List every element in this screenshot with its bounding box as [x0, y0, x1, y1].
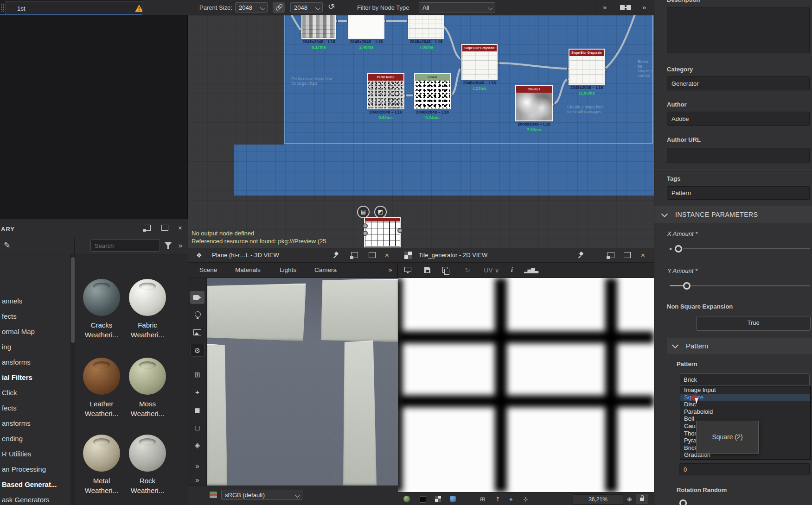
- close-icon[interactable]: ×: [641, 251, 645, 259]
- wireframe-view-button[interactable]: ◻: [190, 421, 205, 434]
- close-icon[interactable]: ×: [178, 224, 182, 232]
- description-textarea[interactable]: [667, 7, 810, 53]
- y-amount-slider-track[interactable]: [691, 285, 810, 286]
- option-disc[interactable]: Disc: [680, 401, 810, 408]
- save-icon[interactable]: [423, 266, 432, 274]
- category-field[interactable]: [667, 76, 810, 90]
- category-item[interactable]: Based Generat...: [0, 477, 70, 492]
- perspective-grid-button[interactable]: ⊞: [190, 368, 205, 381]
- graph-node[interactable]: 2048x2048 – L16 0.17ms: [302, 15, 335, 38]
- menu-camera[interactable]: Camera: [314, 266, 337, 273]
- non-square-expansion-toggle[interactable]: True: [696, 316, 811, 331]
- category-item[interactable]: ending: [0, 431, 70, 446]
- category-item[interactable]: ing: [0, 339, 70, 354]
- maximize-icon[interactable]: [161, 225, 168, 231]
- info-icon[interactable]: i: [507, 266, 517, 274]
- x-amount-slider-track[interactable]: [683, 248, 810, 249]
- pencil-icon[interactable]: ✎: [4, 240, 10, 250]
- graph-node[interactable]: 2048x2048 – L16 2.40ms: [349, 15, 384, 38]
- option-image-input[interactable]: Image Input: [680, 386, 810, 394]
- pattern-number-field[interactable]: [679, 463, 810, 475]
- category-item[interactable]: annels: [0, 293, 70, 309]
- graph-node-slope-blur[interactable]: Slope Blur Grayscale 2048x2048 – L16 4.2…: [462, 45, 497, 79]
- fit-vertical-icon[interactable]: ↥: [495, 496, 500, 503]
- pattern-section[interactable]: Pattern: [667, 338, 812, 354]
- search-input[interactable]: [90, 240, 160, 252]
- toolbar-overflow-button[interactable]: »: [190, 460, 205, 473]
- dock-icon[interactable]: [144, 225, 151, 231]
- material-thumbnail-metal[interactable]: [83, 435, 120, 472]
- rotation-random-slider-knob[interactable]: [679, 499, 687, 505]
- category-item[interactable]: ormal Map: [0, 324, 70, 339]
- author-url-field[interactable]: [667, 148, 810, 163]
- graph-node-clouds-2[interactable]: Clouds 2 2048x2048 – L16 7.02ms: [516, 86, 552, 120]
- color-picker-icon[interactable]: [450, 496, 456, 502]
- 2d-viewport[interactable]: 2048 × 2048 (Grayscale, 16bpc): [398, 278, 654, 492]
- parent-size-height-select[interactable]: 2048: [290, 2, 323, 13]
- material-thumbnail-cracks[interactable]: [83, 279, 120, 316]
- checker-bg-icon[interactable]: [435, 496, 441, 502]
- drag-grip-icon[interactable]: [1, 3, 5, 12]
- node-port[interactable]: [363, 223, 368, 228]
- category-item[interactable]: an Processing: [0, 461, 70, 477]
- histogram-icon[interactable]: ▂▅▇▃: [524, 266, 533, 274]
- camera-mode-button[interactable]: [190, 291, 205, 304]
- tiling-icon[interactable]: ⊞: [480, 496, 485, 503]
- dock-icon[interactable]: [351, 252, 358, 258]
- graph-node-levels[interactable]: Levels 2048x2048 – L16 0.24ms: [415, 74, 450, 108]
- pin-icon[interactable]: [577, 252, 584, 259]
- graph-node-perlin-noise[interactable]: Perlin Noise 2048x2048 – L16 0.92ms: [368, 74, 403, 108]
- 3d-viewport[interactable]: [207, 278, 398, 486]
- node-save-badge-icon[interactable]: ◩: [374, 206, 387, 218]
- close-icon[interactable]: ×: [385, 251, 389, 259]
- maximize-icon[interactable]: [369, 252, 376, 258]
- refresh-icon[interactable]: ↻: [463, 266, 472, 274]
- dock-icon[interactable]: [607, 252, 614, 258]
- parent-size-width-select[interactable]: 2048: [235, 2, 268, 13]
- author-field[interactable]: [667, 112, 810, 126]
- center-icon[interactable]: ⊹: [523, 496, 528, 503]
- node-link-icon[interactable]: [619, 4, 633, 11]
- pattern-select[interactable]: Brick: [680, 373, 810, 385]
- category-item[interactable]: fects: [0, 309, 70, 324]
- scrollbar-thumb[interactable]: [71, 257, 75, 343]
- filter-node-type-select[interactable]: All: [419, 2, 495, 13]
- background-color-icon[interactable]: [420, 496, 426, 503]
- material-view-button[interactable]: ◈: [190, 439, 205, 452]
- graph-node-tile-generator[interactable]: [365, 218, 400, 246]
- lock-button[interactable]: [636, 494, 648, 504]
- 2d-view-header[interactable]: Tile_generator - 2D VIEW ×: [398, 248, 654, 263]
- category-item[interactable]: Click: [0, 385, 70, 400]
- node-port[interactable]: [397, 228, 403, 233]
- channels-icon[interactable]: [210, 492, 217, 498]
- x-amount-slider-knob[interactable]: [675, 245, 682, 252]
- node-document-badge-icon[interactable]: ▤: [357, 206, 370, 218]
- option-paraboloid[interactable]: Paraboloid: [680, 408, 810, 416]
- settings-button[interactable]: ⚙: [190, 344, 205, 357]
- menu-lights[interactable]: Lights: [280, 266, 296, 273]
- y-amount-slider-knob[interactable]: [683, 282, 691, 290]
- tab-1st[interactable]: 1st !: [6, 1, 142, 14]
- material-thumbnail-moss[interactable]: [129, 358, 166, 395]
- toolbar-overflow-icon[interactable]: »: [179, 241, 182, 249]
- filter-funnel-icon[interactable]: [165, 242, 172, 249]
- category-item[interactable]: R Utilities: [0, 446, 70, 461]
- category-item[interactable]: fects: [0, 400, 70, 416]
- material-thumbnail-rock[interactable]: [129, 435, 166, 472]
- material-sphere-icon[interactable]: [403, 496, 410, 502]
- category-item[interactable]: ansforms: [0, 416, 70, 431]
- lighting-button[interactable]: [190, 309, 205, 322]
- category-item-material-filters[interactable]: ial Filters: [0, 370, 70, 385]
- zoom-reset-icon[interactable]: ⊕: [627, 496, 632, 503]
- node-port[interactable]: [363, 231, 368, 236]
- instance-parameters-section[interactable]: INSTANCE PARAMETERS: [654, 206, 812, 223]
- material-thumbnail-leather[interactable]: [83, 358, 120, 395]
- maximize-icon[interactable]: [624, 252, 631, 258]
- reset-size-button[interactable]: ↺✕: [328, 2, 334, 12]
- copy-icon[interactable]: [441, 266, 451, 274]
- tags-field[interactable]: [667, 186, 810, 200]
- solid-view-button[interactable]: ◼: [190, 404, 205, 417]
- pin-icon[interactable]: [332, 252, 339, 259]
- move-tool-button[interactable]: +: [190, 386, 205, 399]
- menu-scene[interactable]: Scene: [199, 266, 217, 273]
